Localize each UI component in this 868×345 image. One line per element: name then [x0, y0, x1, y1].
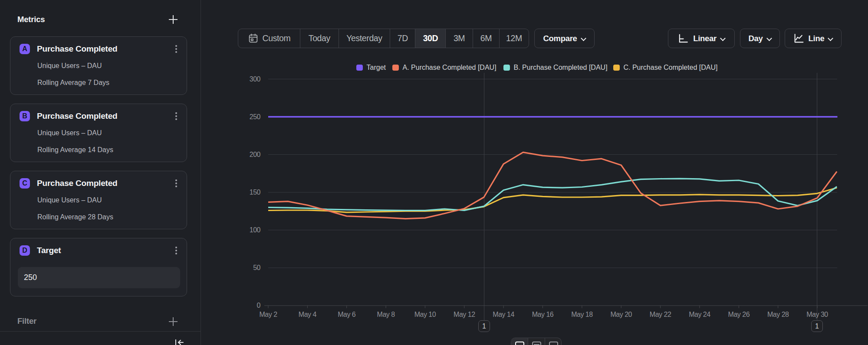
svg-text:May 2: May 2	[259, 311, 277, 318]
svg-text:May 22: May 22	[650, 311, 671, 318]
svg-text:May 20: May 20	[610, 311, 632, 318]
svg-text:May 16: May 16	[532, 311, 554, 318]
svg-text:May 18: May 18	[571, 311, 593, 318]
svg-text:50: 50	[253, 264, 260, 271]
svg-text:May 8: May 8	[377, 311, 395, 318]
svg-text:200: 200	[250, 151, 261, 158]
svg-text:100: 100	[250, 226, 261, 234]
svg-text:May 4: May 4	[299, 311, 317, 318]
svg-text:May 24: May 24	[689, 311, 710, 318]
svg-text:May 6: May 6	[338, 311, 356, 318]
svg-text:250: 250	[250, 113, 261, 120]
svg-text:May 12: May 12	[454, 311, 475, 318]
svg-text:May 30: May 30	[806, 311, 828, 318]
svg-text:300: 300	[250, 75, 261, 83]
svg-text:150: 150	[250, 189, 261, 196]
svg-text:May 26: May 26	[728, 311, 750, 318]
svg-text:May 10: May 10	[414, 311, 436, 318]
svg-text:May 28: May 28	[767, 311, 789, 318]
svg-text:0: 0	[257, 302, 261, 309]
svg-text:May 14: May 14	[493, 311, 514, 318]
